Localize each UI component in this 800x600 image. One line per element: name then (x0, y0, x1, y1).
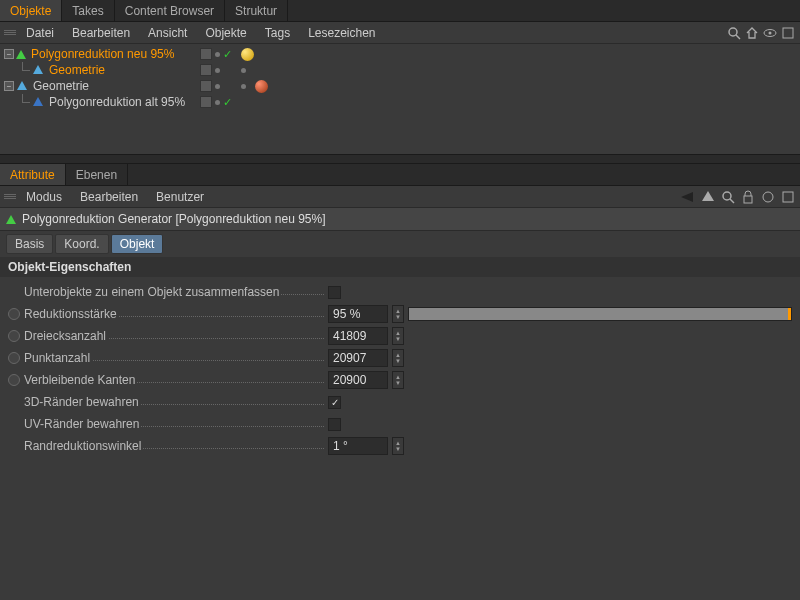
menu-objekte[interactable]: Objekte (197, 24, 254, 42)
tab-takes[interactable]: Takes (62, 0, 114, 21)
visibility-dot-icon[interactable] (215, 52, 220, 57)
spinner-icon[interactable] (392, 327, 404, 345)
object-name[interactable]: Geometrie (31, 79, 91, 93)
triangles-input[interactable] (328, 327, 388, 345)
preserve-3d-checkbox[interactable] (328, 396, 341, 409)
visibility-dot-icon[interactable] (215, 100, 220, 105)
svg-marker-6 (17, 81, 27, 90)
visibility-dot-icon[interactable] (215, 68, 220, 73)
objects-panel: Objekte Takes Content Browser Struktur D… (0, 0, 800, 154)
param-indicator (8, 440, 20, 452)
tags-column: ✓ ✓ (200, 46, 268, 152)
layer-tag-icon[interactable] (200, 48, 212, 60)
lock-icon[interactable] (740, 189, 756, 205)
collapse-icon[interactable]: − (4, 49, 14, 59)
menu-datei[interactable]: Datei (18, 24, 62, 42)
menu-tags[interactable]: Tags (257, 24, 298, 42)
history-up-icon[interactable] (700, 189, 716, 205)
tree-row-geometrie[interactable]: − Geometrie (0, 78, 200, 94)
menu-bearbeiten[interactable]: Bearbeiten (64, 24, 138, 42)
home-icon[interactable] (744, 25, 760, 41)
tab-attribute[interactable]: Attribute (0, 164, 66, 185)
prop-label: Randreduktionswinkel (24, 439, 143, 453)
menu-lesezeichen[interactable]: Lesezeichen (300, 24, 383, 42)
strength-slider[interactable] (408, 307, 792, 321)
svg-rect-14 (783, 192, 793, 202)
spinner-icon[interactable] (392, 349, 404, 367)
collapse-icon[interactable]: − (4, 81, 14, 91)
object-title: Polygonreduktion Generator [Polygonreduk… (22, 212, 326, 226)
merge-checkbox[interactable] (328, 286, 341, 299)
search-icon[interactable] (726, 25, 742, 41)
menu-bearbeiten[interactable]: Bearbeiten (72, 188, 146, 206)
strength-input[interactable] (328, 305, 388, 323)
maximize-icon[interactable] (780, 25, 796, 41)
properties: Unterobjekte zu einem Objekt zusammenfas… (0, 277, 800, 461)
history-back-icon[interactable] (680, 189, 696, 205)
param-indicator (8, 396, 20, 408)
polygon-icon (16, 80, 28, 92)
tab-ebenen[interactable]: Ebenen (66, 164, 128, 185)
material-tag-icon[interactable] (241, 48, 254, 61)
visibility-dot-icon[interactable] (241, 84, 246, 89)
render-check-icon[interactable]: ✓ (223, 96, 232, 109)
tab-basis[interactable]: Basis (6, 234, 53, 254)
prop-label: Reduktionsstärke (24, 307, 119, 321)
object-name[interactable]: Polygonreduktion alt 95% (47, 95, 187, 109)
layer-tag-icon[interactable] (200, 80, 212, 92)
object-name[interactable]: Geometrie (47, 63, 107, 77)
preserve-uv-checkbox[interactable] (328, 418, 341, 431)
attribute-object-header: Polygonreduktion Generator [Polygonreduk… (0, 208, 800, 231)
prop-edge-angle: Randreduktionswinkel (8, 435, 792, 457)
tree-row-geometrie-child[interactable]: Geometrie (0, 62, 200, 78)
tree-row-polyreduce-new[interactable]: − Polygonreduktion neu 95% (0, 46, 200, 62)
attribute-tabs: Attribute Ebenen (0, 164, 800, 186)
layer-tag-icon[interactable] (200, 64, 212, 76)
attribute-panel: Attribute Ebenen Modus Bearbeiten Benutz… (0, 164, 800, 461)
maximize-icon[interactable] (780, 189, 796, 205)
points-input[interactable] (328, 349, 388, 367)
prop-label: UV-Ränder bewahren (24, 417, 141, 431)
tab-struktur[interactable]: Struktur (225, 0, 288, 21)
prop-label: Punktanzahl (24, 351, 92, 365)
tab-koord[interactable]: Koord. (55, 234, 108, 254)
angle-input[interactable] (328, 437, 388, 455)
tab-objekt[interactable]: Objekt (111, 234, 164, 254)
object-tree: − Polygonreduktion neu 95% Geometrie − G… (0, 44, 800, 154)
render-check-icon[interactable]: ✓ (223, 48, 232, 61)
prop-label: 3D-Ränder bewahren (24, 395, 141, 409)
polygon-icon (32, 64, 44, 76)
material-tag-icon[interactable] (255, 80, 268, 93)
param-indicator (8, 286, 20, 298)
new-window-icon[interactable] (760, 189, 776, 205)
param-indicator[interactable] (8, 374, 20, 386)
svg-point-10 (723, 192, 731, 200)
svg-marker-5 (33, 65, 43, 74)
object-name[interactable]: Polygonreduktion neu 95% (29, 47, 176, 61)
panel-divider[interactable] (0, 154, 800, 164)
tab-objekte[interactable]: Objekte (0, 0, 62, 21)
spinner-icon[interactable] (392, 437, 404, 455)
tab-content-browser[interactable]: Content Browser (115, 0, 225, 21)
prop-remaining-edges: Verbleibende Kanten (8, 369, 792, 391)
param-indicator[interactable] (8, 352, 20, 364)
spinner-icon[interactable] (392, 371, 404, 389)
layer-tag-icon[interactable] (200, 96, 212, 108)
menu-benutzer[interactable]: Benutzer (148, 188, 212, 206)
grip-icon (4, 30, 16, 35)
param-indicator[interactable] (8, 308, 20, 320)
search-icon[interactable] (720, 189, 736, 205)
tree-row-polyreduce-old[interactable]: Polygonreduktion alt 95% (0, 94, 200, 110)
edges-input[interactable] (328, 371, 388, 389)
eye-icon[interactable] (762, 25, 778, 41)
menu-modus[interactable]: Modus (18, 188, 70, 206)
visibility-dot-icon[interactable] (241, 68, 246, 73)
param-indicator[interactable] (8, 330, 20, 342)
objects-tabs: Objekte Takes Content Browser Struktur (0, 0, 800, 22)
prop-point-count: Punktanzahl (8, 347, 792, 369)
svg-point-0 (729, 28, 737, 36)
attribute-mode-tabs: Basis Koord. Objekt (0, 231, 800, 257)
spinner-icon[interactable] (392, 305, 404, 323)
menu-ansicht[interactable]: Ansicht (140, 24, 195, 42)
visibility-dot-icon[interactable] (215, 84, 220, 89)
